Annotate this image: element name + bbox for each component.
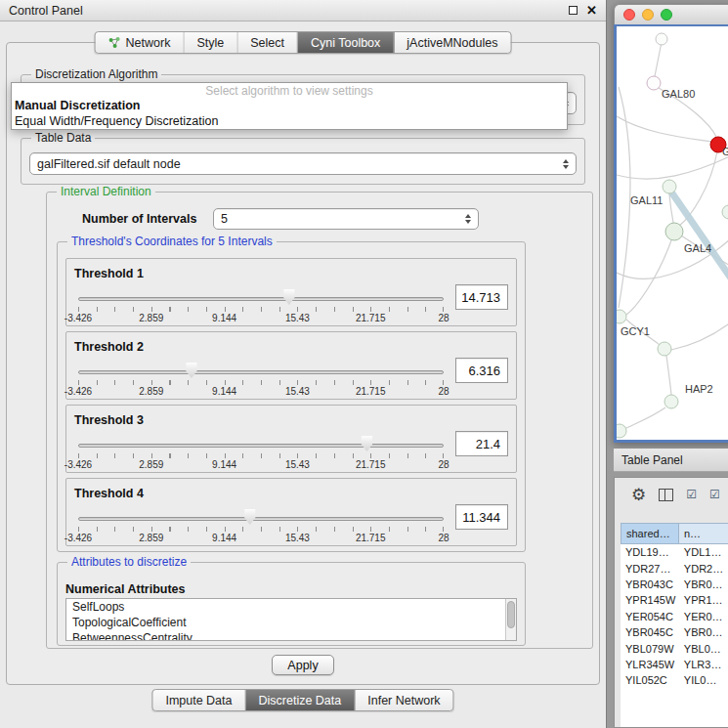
group-title: Discretization Algorithm <box>31 67 161 81</box>
apply-button[interactable]: Apply <box>272 655 334 675</box>
thresholds-group: Threshold's Coordinates for 5 Intervals … <box>57 241 526 552</box>
scale-tick-label: 15.43 <box>285 313 310 323</box>
slider-track[interactable] <box>78 444 444 448</box>
table-data-combobox[interactable]: galFiltered.sif default node <box>29 152 577 175</box>
tab-impute-data[interactable]: Impute Data <box>152 690 245 710</box>
slider-thumb[interactable] <box>360 436 373 451</box>
numerical-attributes-label: Numerical Attributes <box>65 582 185 596</box>
table-header-row: shared… n… <box>621 523 728 544</box>
tab-infer-network[interactable]: Infer Network <box>355 690 452 710</box>
tab-select[interactable]: Select <box>237 32 298 53</box>
slider-track[interactable] <box>78 297 444 301</box>
node[interactable] <box>656 33 667 45</box>
float-window-icon[interactable] <box>569 6 578 15</box>
table-row[interactable]: YDR27…YDR2… <box>621 560 728 576</box>
table-row[interactable]: YBR045CYBR0… <box>621 624 728 640</box>
table-cell: YIL052C <box>621 674 679 686</box>
scale-tick-label: -3.426 <box>64 313 92 323</box>
tab-network[interactable]: Network <box>96 32 185 53</box>
table-row[interactable]: YPR145WYPR1… <box>621 592 728 608</box>
zoom-traffic-light-icon[interactable] <box>661 9 672 21</box>
scale-tick-label: 28 <box>438 313 449 323</box>
tab-discretize-data[interactable]: Discretize Data <box>246 690 356 710</box>
close-icon[interactable]: ✕ <box>586 4 597 17</box>
node-gcy1[interactable] <box>617 310 626 323</box>
node-gal11[interactable] <box>663 180 676 193</box>
tab-label: jActiveMNodules <box>407 36 497 50</box>
list-scrollbar[interactable] <box>505 599 516 640</box>
column-header-shared-name[interactable]: shared… <box>621 523 679 544</box>
node[interactable] <box>658 342 671 356</box>
scale-tick-label: 28 <box>438 459 449 470</box>
dropdown-placeholder: Select algorithm to view settings <box>12 83 567 98</box>
table-row[interactable]: YBR043CYBR0… <box>621 577 728 592</box>
list-item[interactable]: BetweennessCentrality <box>66 630 516 641</box>
attributes-list[interactable]: SelfLoopsTopologicalCoefficientBetweenne… <box>65 598 517 641</box>
node-hap2[interactable] <box>664 395 678 408</box>
scrollbar-thumb[interactable] <box>507 601 515 628</box>
show-columns-icon[interactable]: ☑ <box>709 489 720 500</box>
num-intervals-combobox[interactable]: 5 <box>213 208 479 230</box>
threshold-3-slider[interactable]: -3.4262.8599.14415.4321.71528 <box>78 435 444 470</box>
slider-thumb[interactable] <box>282 289 296 305</box>
network-canvas[interactable]: GAL80 GA GAL11 GAL4 GCY1 HAP2 <box>614 24 728 443</box>
table-row[interactable]: YBL079WYBL0… <box>621 640 728 656</box>
threshold-2-slider[interactable]: -3.4262.8599.14415.4321.71528 <box>78 362 444 397</box>
tab-style[interactable]: Style <box>184 32 237 53</box>
scale-tick-label: 15.43 <box>285 459 310 470</box>
top-tab-strip: Network Style Select Cyni Toolbox jActiv… <box>95 31 512 54</box>
threshold-4-value-field[interactable]: 11.344 <box>455 504 508 530</box>
table-cell: YBL079W <box>621 643 679 655</box>
threshold-value: 11.344 <box>462 510 500 525</box>
list-item[interactable]: SelfLoops <box>66 599 516 615</box>
threshold-4-slider[interactable]: -3.4262.8599.14415.4321.71528 <box>78 508 444 543</box>
node-gal80[interactable] <box>647 76 661 90</box>
table-row[interactable]: YLR345WYLR3… <box>621 657 728 672</box>
scale-tick-label: -3.426 <box>64 459 92 470</box>
threshold-label: Threshold 4 <box>74 487 144 500</box>
dropdown-option-equal-width-frequency[interactable]: Equal Width/Frequency Discretization <box>12 113 567 129</box>
table-row[interactable]: YDL19…YDL1… <box>621 544 728 560</box>
tab-label: Infer Network <box>367 694 440 707</box>
minimize-traffic-light-icon[interactable] <box>642 9 654 21</box>
node[interactable] <box>617 424 626 438</box>
table-cell: YER054C <box>621 611 679 622</box>
slider-thumb[interactable] <box>185 363 198 378</box>
threshold-1-slider[interactable]: -3.4262.8599.14415.4321.71528 <box>78 288 444 323</box>
list-item[interactable]: TopologicalCoefficient <box>66 615 516 630</box>
select-all-icon[interactable]: ☑ <box>686 489 697 500</box>
slider-track[interactable] <box>78 370 444 374</box>
cyni-toolbox-panel: Discretization Algorithm Select algorith… <box>6 42 600 685</box>
column-header-name[interactable]: n… <box>679 523 728 544</box>
threshold-3-panel: Threshold 3 -3.4262.8599.14415.4321.7152… <box>65 405 517 473</box>
node-gal4[interactable] <box>665 223 683 240</box>
tab-cyni-toolbox[interactable]: Cyni Toolbox <box>298 32 394 53</box>
algorithm-dropdown-popup: Select algorithm to view settings Manual… <box>11 82 568 130</box>
node[interactable] <box>722 205 728 219</box>
slider-track[interactable] <box>78 517 444 521</box>
table-data-group: Table Data galFiltered.sif default node <box>21 138 585 185</box>
columns-icon[interactable] <box>659 489 673 501</box>
scale-tick-label: 9.144 <box>212 313 236 323</box>
control-panel-titlebar[interactable]: Control Panel ✕ <box>0 0 606 21</box>
table-panel-header[interactable]: Table Panel <box>614 448 728 472</box>
slider-scale: -3.4262.8599.14415.4321.71528 <box>78 459 444 471</box>
dropdown-option-manual-discretization[interactable]: Manual Discretization <box>12 98 567 113</box>
table-toolbar: ⚙ ☑ ☑ <box>615 482 728 507</box>
network-window-titlebar[interactable] <box>614 4 728 24</box>
table-row[interactable]: YIL052CYIL0… <box>621 672 728 688</box>
close-traffic-light-icon[interactable] <box>623 9 635 21</box>
table-row[interactable]: YER054CYER0… <box>621 609 728 624</box>
threshold-2-value-field[interactable]: 6.316 <box>455 358 508 383</box>
threshold-label: Threshold 3 <box>74 413 144 427</box>
scale-tick-label: 21.715 <box>356 386 386 397</box>
node-label-hap2: HAP2 <box>685 383 713 395</box>
gear-icon[interactable]: ⚙ <box>631 487 646 503</box>
table-cell: YDR27… <box>621 563 679 575</box>
tab-jactivemnodules[interactable]: jActiveMNodules <box>394 32 510 53</box>
attributes-group: Attributes to discretize Numerical Attri… <box>57 562 526 646</box>
threshold-3-value-field[interactable]: 21.4 <box>455 431 508 456</box>
threshold-1-value-field[interactable]: 14.713 <box>455 284 508 310</box>
node-table-window: ⚙ ☑ ☑ shared… n… YDL19…YDL1…YDR27…YDR2…Y… <box>614 477 728 728</box>
slider-thumb[interactable] <box>243 509 257 525</box>
